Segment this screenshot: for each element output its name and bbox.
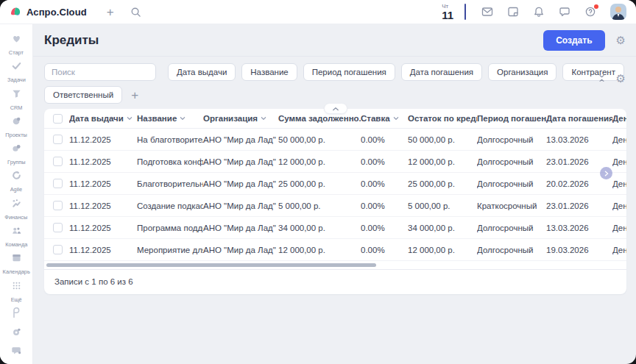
sidebar-item-label: Agile (10, 187, 22, 193)
sidebar-item-settings[interactable] (0, 326, 32, 346)
create-button[interactable]: Создать (543, 30, 604, 51)
sidebar-item-crm[interactable]: CRM (0, 88, 32, 115)
column-header[interactable]: Период погашения (477, 114, 546, 123)
column-header-label: Ставка (361, 114, 390, 123)
support-chat-icon (11, 345, 22, 359)
sidebar: СтартЗадачиCRMПроектыГруппыAgileФинансыК… (0, 24, 33, 364)
sidebar-item-product-p[interactable] (0, 307, 32, 326)
table-cell: 11.12.2025 (69, 157, 137, 166)
column-header[interactable]: Ставка (361, 114, 408, 123)
table-cell: Краткосрочный (477, 201, 546, 210)
calendar-icon (11, 252, 22, 266)
sidebar-item-groups[interactable]: Группы (0, 143, 32, 170)
notes-icon[interactable] (507, 6, 519, 18)
sidebar-item-agile[interactable]: Agile (0, 170, 32, 197)
table-row[interactable]: 11.12.2025Создание подкастаАНО "Мир да Л… (44, 195, 626, 217)
scrollbar-thumb[interactable] (46, 263, 376, 267)
table-cell: Ден (612, 157, 626, 166)
table-row[interactable]: 11.12.2025На благотворительньАНО "Мир да… (44, 129, 626, 151)
collapse-filters-icon[interactable] (597, 74, 607, 83)
horizontal-scrollbar (44, 261, 626, 269)
crm-icon (11, 88, 22, 102)
filter-chip[interactable]: Название (241, 63, 297, 81)
column-header-label: Сумма задолженно... (278, 114, 361, 123)
mail-icon[interactable] (481, 6, 493, 18)
table-cell: 12 000,00 р. (278, 246, 361, 254)
sidebar-item-tasks[interactable]: Задачи (0, 60, 32, 88)
sidebar-item-team[interactable]: Команда (0, 225, 32, 252)
table-cell: 13.03.2026 (546, 224, 612, 232)
table-cell: Программа поддерж (137, 224, 203, 232)
page-title: Кредиты (44, 33, 99, 48)
table-row[interactable]: 11.12.2025Благотворительный кАНО "Мир да… (44, 173, 626, 195)
calendar-date-widget[interactable]: Чт 11 (442, 4, 453, 21)
filter-chip[interactable]: Период погашения (303, 63, 395, 81)
row-checkbox[interactable] (53, 201, 63, 210)
scroll-right-button[interactable] (600, 167, 612, 179)
table-cell: 0.00% (361, 201, 408, 210)
sidebar-item-finance[interactable]: Финансы (0, 198, 32, 225)
page-settings-gear-icon[interactable]: ⚙ (616, 35, 626, 46)
filter-chip[interactable]: Ответственный (44, 86, 122, 104)
table-cell: 12 000,00 р. (408, 157, 477, 166)
table-cell: 11.12.2025 (69, 179, 137, 188)
brand[interactable]: Аспро.Cloud (10, 6, 87, 18)
column-header[interactable]: Дата погашения (546, 114, 612, 123)
row-checkbox[interactable] (53, 157, 63, 166)
table-cell: 12 000,00 р. (278, 157, 361, 166)
search-icon[interactable] (130, 7, 141, 18)
column-header[interactable]: Дата выдачи (69, 114, 137, 123)
column-header[interactable]: Организация (203, 114, 278, 123)
table-cell: 12 000,00 р. (408, 246, 477, 254)
filter-chip[interactable]: Организация (488, 63, 556, 81)
bell-icon[interactable] (533, 6, 545, 18)
filter-chip[interactable]: Дата выдачи (168, 63, 236, 81)
filter-chip[interactable]: Дата погашения (401, 63, 482, 81)
checkbox-cell (44, 201, 69, 210)
table-cell: Ден (612, 201, 626, 210)
column-header[interactable]: Остаток по кредиту (408, 114, 477, 123)
sidebar-item-support-chat[interactable] (0, 345, 32, 364)
row-checkbox[interactable] (53, 245, 63, 254)
table-cell: 50 000,00 р. (408, 135, 477, 144)
table-cell: АНО "Мир да Лад" (203, 246, 278, 254)
help-icon[interactable] (584, 6, 596, 18)
sidebar-item-label: Задачи (7, 77, 26, 83)
product-p-icon (10, 307, 22, 322)
user-avatar[interactable] (610, 4, 626, 20)
add-filter-button[interactable]: + (131, 89, 138, 101)
filter-panel: По умолчанию ✕ Дата выдачиНазваниеПериод… (33, 57, 636, 104)
column-header[interactable]: Ден (612, 114, 626, 123)
records-count: Записи с 1 по 6 из 6 (44, 269, 626, 294)
sidebar-item-label: Проекты (5, 132, 27, 138)
column-header[interactable]: Сумма задолженно... (278, 114, 361, 123)
chat-icon[interactable] (559, 6, 570, 18)
sidebar-item-more[interactable]: Ещё (0, 280, 32, 307)
sidebar-item-label: Финансы (5, 214, 28, 220)
checkbox-cell (44, 157, 69, 166)
sidebar-item-label: Календарь (2, 269, 29, 275)
projects-icon (11, 115, 22, 129)
table-cell: 0.00% (361, 246, 408, 254)
quick-add-icon[interactable]: + (107, 6, 114, 18)
table-row[interactable]: 11.12.2025Программа поддержАНО "Мир да Л… (44, 217, 626, 239)
search-input[interactable] (44, 63, 156, 81)
sidebar-item-start[interactable]: Старт (0, 33, 32, 60)
row-checkbox[interactable] (53, 179, 63, 188)
select-all-checkbox[interactable] (53, 114, 63, 124)
column-header-label: Период погашения (477, 114, 546, 123)
finance-icon (11, 198, 22, 212)
sidebar-item-calendar[interactable]: Календарь (0, 252, 32, 279)
table-cell: Мероприятие для сбо (137, 246, 203, 254)
column-header-label: Остаток по кредиту (408, 114, 477, 123)
table-row[interactable]: 11.12.2025Подготовка конференАНО "Мир да… (44, 151, 626, 173)
row-checkbox[interactable] (53, 223, 63, 232)
table-cell: АНО "Мир да Лад" (203, 135, 278, 144)
table-cell: На благотворительнь (137, 135, 203, 144)
table-settings-gear-icon[interactable]: ⚙ (616, 73, 626, 84)
column-header[interactable]: Название (137, 114, 203, 123)
sidebar-item-projects[interactable]: Проекты (0, 115, 32, 143)
collapse-table-button[interactable] (324, 103, 347, 114)
table-row[interactable]: 11.12.2025Мероприятие для сбоАНО "Мир да… (44, 239, 626, 261)
row-checkbox[interactable] (53, 135, 63, 144)
